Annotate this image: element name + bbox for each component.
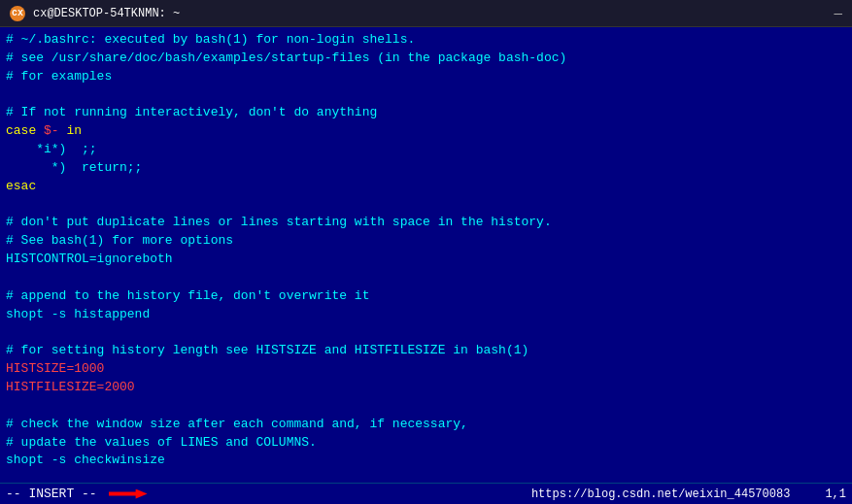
line-6: case $- in (6, 122, 846, 141)
line-24: shopt -s checkwinsize (6, 452, 846, 470)
line-23: # update the values of LINES and COLUMNS… (6, 434, 846, 453)
line-4 (6, 86, 846, 105)
title-bar-text: cx@DESKTOP-54TKNMN: ~ (33, 7, 180, 20)
terminal-icon: cx (10, 6, 25, 21)
line-22: # check the window size after each comma… (6, 416, 846, 434)
line-7: *i*) ;; (6, 141, 846, 159)
line-18: # for setting history length see HISTSIZ… (6, 342, 846, 360)
line-15: # append to the history file, don't over… (6, 287, 846, 306)
cursor-position: 1,1 (825, 487, 846, 501)
status-bar: -- INSERT -- https://blog.csdn.net/weixi… (0, 483, 852, 504)
line-3: # for examples (6, 68, 846, 86)
line-12: # See bash(1) for more options (6, 232, 846, 251)
line-20: HISTFILESIZE=2000 (6, 379, 846, 397)
arrow-icon (109, 489, 148, 499)
line-17 (6, 324, 846, 343)
line-19: HISTSIZE=1000 (6, 360, 846, 379)
line-21 (6, 397, 846, 416)
title-bar: cx cx@DESKTOP-54TKNMN: ~ — (0, 0, 852, 27)
line-13: HISTCONTROL=ignoreboth (6, 251, 846, 269)
line-14 (6, 269, 846, 287)
line-9: esac (6, 178, 846, 196)
status-left: -- INSERT -- (6, 487, 148, 501)
line-8: *) return;; (6, 159, 846, 178)
insert-mode-label: -- INSERT -- (6, 487, 97, 501)
line-10 (6, 196, 846, 215)
line-16: shopt -s histappend (6, 306, 846, 324)
line-1: # ~/.bashrc: executed by bash(1) for non… (6, 31, 846, 50)
line-5: # If not running interactively, don't do… (6, 104, 846, 122)
blog-link[interactable]: https://blog.csdn.net/weixin_44570083 (531, 487, 790, 501)
minimize-button[interactable]: — (835, 6, 842, 21)
status-right: https://blog.csdn.net/weixin_44570083 1,… (531, 487, 846, 501)
terminal[interactable]: # ~/.bashrc: executed by bash(1) for non… (0, 27, 852, 504)
line-11: # don't put duplicate lines or lines sta… (6, 214, 846, 232)
line-2: # see /usr/share/doc/bash/examples/start… (6, 50, 846, 68)
